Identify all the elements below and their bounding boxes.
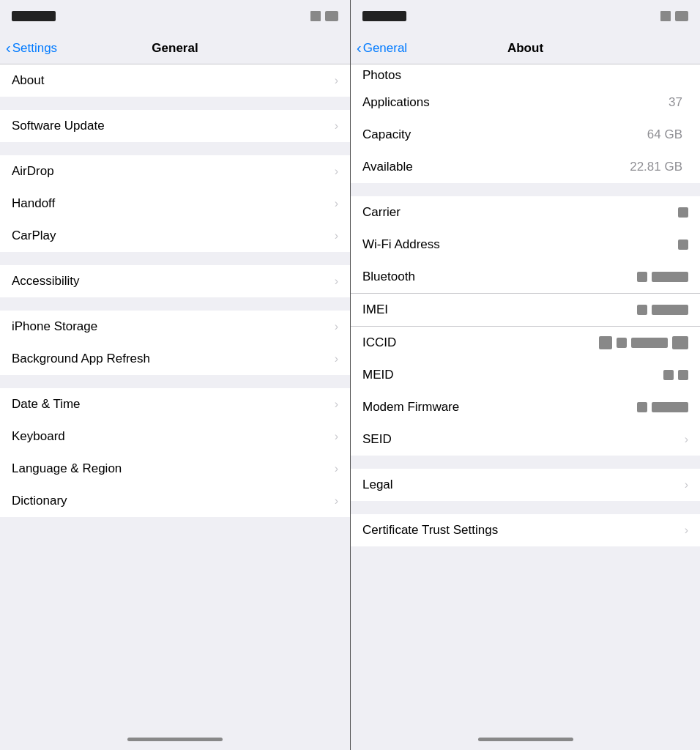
cert-trust-chevron-icon: › <box>685 524 688 537</box>
modem-value-group <box>637 402 688 412</box>
right-back-button[interactable]: ‹ General <box>357 40 407 56</box>
iccid-value-group <box>599 336 688 349</box>
software-update-label: Software Update <box>12 110 335 142</box>
capacity-label: Capacity <box>362 119 647 151</box>
applications-value: 37 <box>669 95 682 110</box>
right-section-cert: Certificate Trust Settings › <box>351 514 700 546</box>
left-nav-title: General <box>152 41 198 56</box>
wifi-address-item: Wi-Fi Address <box>351 229 700 261</box>
modem-redacted-2 <box>652 402 688 412</box>
wifi-redacted-icon <box>678 240 688 250</box>
handoff-item[interactable]: Handoff › <box>0 188 350 220</box>
imei-redacted-1 <box>637 305 647 315</box>
left-section-misc: Date & Time › Keyboard › Language & Regi… <box>0 388 350 517</box>
applications-item: Applications 37 <box>351 86 700 119</box>
meid-redacted-1 <box>663 370 674 380</box>
right-nav-bar: ‹ General About <box>351 32 700 64</box>
airdrop-label: AirDrop <box>12 155 335 188</box>
iccid-redacted-3 <box>631 338 668 348</box>
spacer-6 <box>0 517 350 530</box>
wifi-icon <box>325 11 338 21</box>
available-value: 22.81 GB <box>630 160 682 174</box>
spacer-2 <box>0 142 350 155</box>
spacer-4 <box>0 297 350 311</box>
legal-chevron-icon: › <box>685 478 688 491</box>
available-label: Available <box>362 151 630 183</box>
seid-label: SEID <box>362 423 685 456</box>
right-section-info: Applications 37 Capacity 64 GB Available… <box>351 86 700 183</box>
seid-item[interactable]: SEID › <box>351 423 700 456</box>
wifi-value-group <box>678 240 688 250</box>
bluetooth-redacted-2 <box>652 272 688 282</box>
legal-item[interactable]: Legal › <box>351 469 700 501</box>
keyboard-item[interactable]: Keyboard › <box>0 420 350 453</box>
iccid-label: ICCID <box>362 327 599 359</box>
right-section-legal: Legal › <box>351 469 700 501</box>
right-spacer-3 <box>351 501 700 514</box>
about-chevron-icon: › <box>335 74 338 87</box>
left-content: About › Software Update › AirDrop › Hand… <box>0 64 350 728</box>
about-item[interactable]: About › <box>0 64 350 97</box>
carplay-item[interactable]: CarPlay › <box>0 220 350 252</box>
legal-label: Legal <box>362 469 685 501</box>
right-status-icons <box>660 11 688 21</box>
background-refresh-chevron-icon: › <box>335 352 338 365</box>
accessibility-label: Accessibility <box>12 265 335 297</box>
right-spacer-4 <box>351 546 700 560</box>
photos-label: Photos <box>362 68 688 83</box>
iphone-storage-item[interactable]: iPhone Storage › <box>0 311 350 343</box>
carrier-label: Carrier <box>362 196 678 229</box>
right-nav-title: About <box>507 41 543 56</box>
about-label: About <box>12 64 335 97</box>
iccid-redacted-1 <box>599 336 612 349</box>
bluetooth-value-group <box>637 272 688 282</box>
carplay-label: CarPlay <box>12 220 335 252</box>
language-region-item[interactable]: Language & Region › <box>0 453 350 485</box>
airdrop-item[interactable]: AirDrop › <box>0 155 350 188</box>
keyboard-label: Keyboard <box>12 420 335 453</box>
bluetooth-redacted-1 <box>637 272 647 282</box>
dictionary-label: Dictionary <box>12 485 335 517</box>
imei-item: IMEI <box>351 294 700 326</box>
left-section-accessibility: Accessibility › <box>0 265 350 297</box>
accessibility-chevron-icon: › <box>335 275 338 288</box>
left-time-block <box>12 11 56 21</box>
spacer-5 <box>0 375 350 388</box>
right-time-block <box>362 11 406 21</box>
imei-redacted-2 <box>652 305 688 315</box>
meid-item: MEID <box>351 359 700 391</box>
spacer-3 <box>0 252 350 265</box>
left-section-storage: iPhone Storage › Background App Refresh … <box>0 311 350 375</box>
right-spacer-2 <box>351 456 700 469</box>
left-back-button[interactable]: ‹ Settings <box>6 40 57 56</box>
accessibility-item[interactable]: Accessibility › <box>0 265 350 297</box>
left-back-label: Settings <box>12 41 57 56</box>
background-refresh-item[interactable]: Background App Refresh › <box>0 343 350 375</box>
cert-trust-item[interactable]: Certificate Trust Settings › <box>351 514 700 546</box>
software-update-chevron-icon: › <box>335 119 338 133</box>
imei-label: IMEI <box>362 294 637 326</box>
left-section-connectivity: AirDrop › Handoff › CarPlay › <box>0 155 350 252</box>
left-status-bar <box>0 0 350 32</box>
right-section-imei: IMEI <box>351 294 700 326</box>
language-region-label: Language & Region <box>12 453 335 485</box>
dictionary-item[interactable]: Dictionary › <box>0 485 350 517</box>
imei-value-group <box>637 305 688 315</box>
wifi-address-label: Wi-Fi Address <box>362 229 678 261</box>
right-section-ids: ICCID MEID Modem Firmware <box>351 327 700 456</box>
left-nav-bar: ‹ Settings General <box>0 32 350 64</box>
right-section-network: Carrier Wi-Fi Address Bluetooth <box>351 196 700 293</box>
software-update-item[interactable]: Software Update › <box>0 110 350 142</box>
meid-label: MEID <box>362 359 663 391</box>
right-status-bar <box>351 0 700 32</box>
language-region-chevron-icon: › <box>335 462 338 475</box>
cert-trust-label: Certificate Trust Settings <box>362 514 685 546</box>
right-home-bar <box>478 738 573 741</box>
iphone-storage-label: iPhone Storage <box>12 311 335 343</box>
photos-partial-item: Photos <box>351 64 700 86</box>
date-time-item[interactable]: Date & Time › <box>0 388 350 420</box>
left-home-bar <box>127 738 223 741</box>
carrier-redacted-icon <box>678 207 688 218</box>
iccid-item: ICCID <box>351 327 700 359</box>
right-home-indicator <box>351 728 700 750</box>
